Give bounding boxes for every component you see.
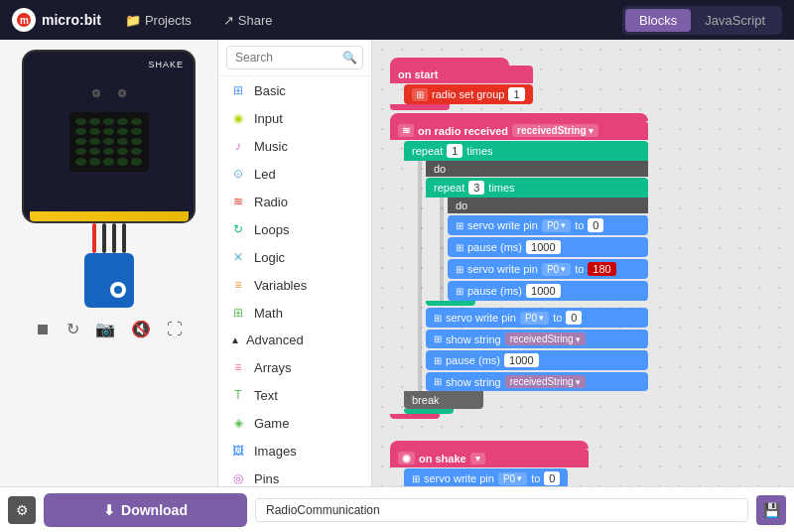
received-string-dropdown[interactable]: receivedString	[512, 124, 597, 137]
mute-button[interactable]: 🔇	[127, 316, 155, 342]
led-2-2	[103, 138, 114, 145]
toolbox-item-pins[interactable]: ◎Pins	[218, 465, 371, 486]
times-3-label: times	[488, 182, 514, 194]
led-0-2	[103, 118, 114, 125]
led-4-3	[117, 158, 128, 165]
toolbox-item-loops[interactable]: ↻Loops	[218, 215, 371, 243]
pause-3-val: 1000	[504, 353, 538, 367]
servo-val-180: 180	[588, 262, 615, 276]
on-radio-received-label: on radio received	[418, 125, 508, 137]
on-start-group: on start ⊞ radio set group 1	[390, 54, 533, 110]
variables-icon: ≡	[230, 277, 246, 293]
game-icon: ◈	[230, 415, 246, 431]
toolbox-label: Text	[254, 388, 278, 403]
on-start-block[interactable]: on start ⊞ radio set group 1	[390, 58, 533, 110]
led-2-3	[117, 138, 128, 145]
download-icon: ⬇	[103, 502, 115, 518]
logo-icon: m	[12, 8, 36, 32]
toolbox-item-input[interactable]: ◉Input	[218, 104, 371, 132]
servo-write-2-label: servo write pin	[467, 263, 538, 275]
search-icon: 🔍	[342, 51, 357, 65]
led-1-3	[117, 128, 128, 135]
led-3-0	[75, 148, 86, 155]
toolbox-item-math[interactable]: ⊞Math	[218, 299, 371, 327]
blocks-tab[interactable]: Blocks	[625, 9, 691, 32]
save-icon: 💾	[763, 502, 780, 518]
on-radio-received-outer[interactable]: ≋ on radio received receivedString repea…	[390, 113, 648, 419]
led-2-1	[89, 138, 100, 145]
toolbox-item-led[interactable]: ⊙Led	[218, 160, 371, 188]
advanced-header[interactable]: ▲Advanced	[218, 327, 371, 353]
blocks-workspace[interactable]: on start ⊞ radio set group 1	[372, 40, 794, 486]
led-4-0	[75, 158, 86, 165]
repeat-1-val: 1	[447, 144, 463, 158]
toolbox-item-variables[interactable]: ≡Variables	[218, 271, 371, 299]
music-icon: ♪	[230, 138, 246, 154]
toolbox-item-basic[interactable]: ⊞Basic	[218, 76, 371, 104]
times-label: times	[466, 145, 492, 157]
radio-icon: ≋	[230, 194, 246, 209]
toolbox-label: Music	[254, 139, 288, 154]
pause-1-val: 1000	[526, 240, 560, 254]
share-button[interactable]: ↗ Share	[215, 9, 281, 32]
loops-icon: ↻	[230, 221, 246, 237]
restart-button[interactable]: ↻	[63, 316, 83, 342]
settings-button[interactable]: ⚙	[8, 496, 36, 524]
led-icon: ⊙	[230, 166, 246, 182]
toolbox-label: Pins	[254, 471, 279, 486]
math-icon: ⊞	[230, 305, 246, 321]
project-name-input[interactable]	[255, 498, 748, 522]
toolbox-item-logic[interactable]: ✕Logic	[218, 243, 371, 271]
toolbox-item-text[interactable]: TText	[218, 381, 371, 409]
shake-dropdown[interactable]	[470, 453, 485, 465]
toolbox-item-game[interactable]: ◈Game	[218, 409, 371, 437]
images-icon: 🖼	[230, 443, 246, 459]
chevron-icon: ▲	[230, 334, 240, 345]
toolbox-label: Radio	[254, 195, 288, 209]
text-icon: T	[230, 387, 246, 403]
on-radio-received-group: ≋ on radio received receivedString repea…	[390, 109, 648, 419]
toolbox-item-radio[interactable]: ≋Radio	[218, 188, 371, 215]
pin-p0-1[interactable]: P0	[542, 219, 571, 232]
toolbox-item-music[interactable]: ♪Music	[218, 132, 371, 160]
right-eye	[118, 89, 126, 97]
javascript-tab[interactable]: JavaScript	[691, 9, 779, 32]
search-box: 🔍	[218, 40, 371, 76]
led-3-1	[89, 148, 100, 155]
led-1-4	[131, 128, 142, 135]
sim-controls: ⏹ ↻ 📷 🔇 ⛶	[31, 316, 187, 342]
received-string-2[interactable]: receivedString	[505, 375, 586, 388]
pin-p0-3[interactable]: P0	[520, 312, 549, 325]
led-1-0	[75, 128, 86, 135]
screenshot-button[interactable]: 📷	[91, 316, 119, 342]
radio-set-group-label: radio set group	[432, 88, 504, 100]
pin-p0-2[interactable]: P0	[542, 263, 571, 276]
pause-2-val: 1000	[526, 284, 560, 298]
toolbox-label: Images	[254, 444, 297, 459]
led-0-3	[117, 118, 128, 125]
toolbox-item-images[interactable]: 🖼Images	[218, 437, 371, 465]
servo-write-shake-label: servo write pin	[424, 472, 494, 484]
toolbox-label: Math	[254, 306, 283, 321]
fullscreen-button[interactable]: ⛶	[163, 317, 187, 342]
received-string-1[interactable]: receivedString	[505, 332, 586, 345]
left-eye	[92, 89, 100, 97]
toolbox-label: Arrays	[254, 360, 292, 375]
toolbox-label: Loops	[254, 222, 289, 237]
download-button[interactable]: ⬇ Download	[44, 493, 247, 527]
cable-area	[8, 223, 209, 308]
on-shake-block[interactable]: ◉ on shake ⊞ servo write pin P0 to 0	[390, 441, 589, 486]
pin-p0-shake[interactable]: P0	[498, 472, 527, 485]
toolbox-label: Basic	[254, 83, 286, 98]
device-dot	[110, 282, 126, 298]
show-string-2-label: show string	[446, 376, 501, 388]
projects-button[interactable]: 📁 Projects	[117, 9, 199, 32]
basic-icon: ⊞	[230, 82, 246, 98]
save-icon-button[interactable]: 💾	[756, 495, 786, 525]
servo-write-1-label: servo write pin	[467, 219, 538, 231]
servo-val-0b: 0	[566, 311, 582, 325]
on-start-label: on start	[398, 68, 438, 80]
stop-button[interactable]: ⏹	[31, 317, 55, 342]
toolbox-item-arrays[interactable]: ≡Arrays	[218, 353, 371, 381]
footer: ⚙ ⬇ Download 💾	[0, 486, 794, 532]
